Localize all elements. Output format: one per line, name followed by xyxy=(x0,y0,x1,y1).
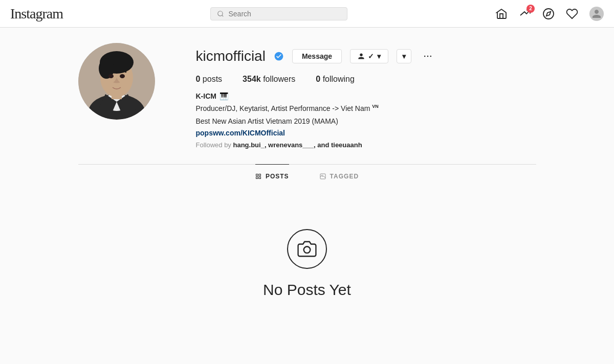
user-avatar-icon[interactable] xyxy=(589,7,604,21)
following-stat[interactable]: 0 following xyxy=(316,75,355,84)
profile-website[interactable]: popsww.com/KICMOfficial xyxy=(196,129,536,137)
verified-badge xyxy=(274,51,284,61)
followed-by-prefix: Followed by xyxy=(196,141,231,149)
followed-by-users: hang.bui_, wrenevans___, and tieeuaanh xyxy=(233,141,362,149)
camera-circle xyxy=(287,229,327,269)
activity-icon[interactable]: 2 xyxy=(519,8,531,20)
more-options-button[interactable] xyxy=(420,50,436,62)
svg-point-0 xyxy=(218,11,223,15)
explore-icon[interactable] xyxy=(542,8,555,20)
svg-point-17 xyxy=(427,56,429,57)
following-button[interactable]: ✓ ▾ xyxy=(350,49,388,63)
profile-page: kicmofficial Message ✓ ▾ ▾ xyxy=(68,43,546,319)
profile-info: kicmofficial Message ✓ ▾ ▾ xyxy=(196,43,536,149)
tag-icon xyxy=(320,173,326,179)
following-icon xyxy=(358,53,365,60)
grid-icon xyxy=(255,173,261,179)
followers-label: followers xyxy=(263,75,295,83)
tab-posts[interactable]: POSTS xyxy=(255,164,289,188)
posts-stat: 0 posts xyxy=(196,75,223,84)
dropdown-arrow-small: ▾ xyxy=(377,52,381,60)
country-code: VN xyxy=(372,104,379,109)
svg-point-18 xyxy=(430,56,432,57)
following-checkmark: ✓ xyxy=(368,52,374,60)
empty-state: No Posts Yet xyxy=(78,188,536,319)
svg-point-25 xyxy=(304,246,311,253)
followed-by: Followed by hang.bui_, wrenevans___, and… xyxy=(196,141,536,149)
search-icon xyxy=(217,10,224,17)
following-count: 0 xyxy=(316,75,320,83)
message-button[interactable]: Message xyxy=(292,49,342,63)
svg-rect-22 xyxy=(259,177,261,179)
profile-tabs: POSTS TAGGED xyxy=(78,165,536,188)
following-label: following xyxy=(323,75,355,83)
profile-display-name: K-ICM xyxy=(196,92,216,100)
profile-avatar xyxy=(78,43,155,120)
header-nav: 2 xyxy=(495,7,604,21)
heart-icon[interactable] xyxy=(566,8,578,20)
profile-username: kicmofficial xyxy=(196,48,266,64)
profile-stats: 0 posts 354k followers 0 following xyxy=(196,75,536,84)
tab-tagged[interactable]: TAGGED xyxy=(320,164,359,188)
posts-count: 0 xyxy=(196,75,201,83)
profile-avatar-wrapper xyxy=(78,43,155,120)
piano-emoji: 🎹 xyxy=(220,92,228,100)
profile-bio-line1: Producer/DJ, Keytarist, Artist Performan… xyxy=(196,103,536,114)
search-input[interactable] xyxy=(228,10,341,18)
svg-point-14 xyxy=(108,74,114,78)
posts-label: posts xyxy=(203,75,222,83)
svg-marker-3 xyxy=(546,11,551,15)
tab-tagged-label: TAGGED xyxy=(330,173,359,180)
dropdown-button[interactable]: ▾ xyxy=(397,49,411,63)
search-bar[interactable] xyxy=(210,7,347,20)
header: Instagram 2 xyxy=(0,0,614,28)
profile-header: kicmofficial Message ✓ ▾ ▾ xyxy=(78,43,536,149)
svg-point-16 xyxy=(424,56,426,57)
profile-display-name-row: K-ICM 🎹 xyxy=(196,92,536,100)
svg-line-1 xyxy=(222,15,224,16)
followers-stat[interactable]: 354k followers xyxy=(243,75,295,84)
profile-bio-line2: Best New Asian Artist Vietnam 2019 (MAMA… xyxy=(196,116,536,127)
notification-badge: 2 xyxy=(527,5,535,13)
tab-posts-label: POSTS xyxy=(266,173,289,180)
svg-point-2 xyxy=(543,9,554,19)
svg-rect-20 xyxy=(259,174,261,176)
no-posts-text: No Posts Yet xyxy=(263,281,351,299)
instagram-logo[interactable]: Instagram xyxy=(10,6,63,22)
svg-rect-19 xyxy=(256,174,258,176)
profile-username-row: kicmofficial Message ✓ ▾ ▾ xyxy=(196,48,536,64)
svg-point-15 xyxy=(120,74,125,78)
home-icon[interactable] xyxy=(495,8,508,20)
svg-rect-21 xyxy=(256,177,258,179)
camera-icon xyxy=(297,239,317,259)
followers-count: 354k xyxy=(243,75,261,83)
